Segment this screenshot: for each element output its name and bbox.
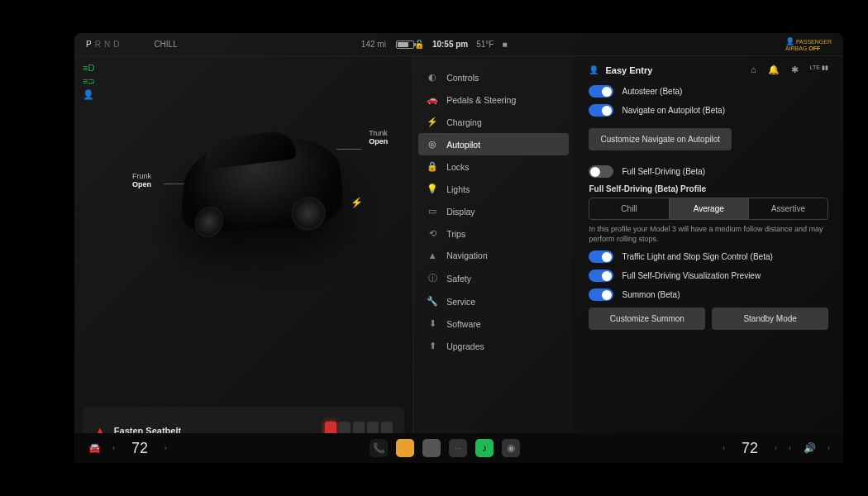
autosteer-label: Autosteer (Beta)	[622, 87, 682, 96]
settings-menu: ◐Controls 🚗Pedals & Steering ⚡Charging ◎…	[413, 56, 574, 463]
frunk-callout[interactable]: FrunkOpen	[132, 172, 151, 188]
volume-down[interactable]: ‹	[787, 444, 793, 452]
menu-service[interactable]: 🔧Service	[413, 290, 574, 312]
menu-display[interactable]: ▭Display	[413, 200, 574, 222]
menu-controls[interactable]: ◐Controls	[413, 66, 574, 88]
lock-menu-icon: 🔒	[427, 161, 438, 172]
bluetooth-icon[interactable]: ✱	[791, 64, 799, 75]
software-icon: ⬇	[427, 318, 438, 329]
car-status-pane: ≡D ≡⊃ 👤 🔓 FrunkOpen TrunkOpen ⚡	[74, 56, 413, 463]
car-body	[180, 131, 346, 234]
menu-navigation[interactable]: ▲Navigation	[413, 245, 574, 266]
menu-upgrades[interactable]: ⬆Upgrades	[413, 335, 574, 357]
passenger-temp[interactable]: 72	[742, 440, 758, 457]
outside-temp-label: 51°F	[476, 40, 494, 49]
seatbelt-telltale-icon: 👤	[83, 89, 94, 98]
controls-icon: ◐	[427, 72, 438, 83]
fsd-viz-label: Full Self-Driving Visualization Preview	[622, 271, 761, 280]
menu-safety[interactable]: ⓘSafety	[413, 266, 574, 290]
fog-light-icon: ≡⊃	[83, 76, 94, 84]
upgrades-icon: ⬆	[427, 341, 438, 351]
temp-left-down[interactable]: ‹	[111, 444, 117, 452]
summon-label: Summon (Beta)	[622, 290, 680, 299]
fsd-toggle[interactable]	[589, 165, 613, 178]
clock-label: 10:55 pm	[432, 40, 468, 49]
fsd-profile-average[interactable]: Average	[669, 198, 748, 219]
fsd-label: Full Self-Driving (Beta)	[622, 167, 705, 176]
range-label: 142 mi	[361, 40, 386, 49]
fsd-profile-chill[interactable]: Chill	[589, 198, 668, 219]
phone-app-icon[interactable]: 📞	[370, 439, 388, 457]
camera-app-icon[interactable]: ◉	[502, 439, 520, 457]
dashcam-icon[interactable]: ■	[502, 40, 507, 49]
charge-port-icon[interactable]: ⚡	[351, 197, 363, 208]
traffic-light-label: Traffic Light and Stop Sign Control (Bet…	[622, 252, 772, 261]
autosteer-toggle[interactable]	[589, 85, 613, 98]
standby-mode-button[interactable]: Standby Mode	[712, 308, 828, 330]
steering-icon: 🚗	[427, 94, 438, 105]
display-icon: ▭	[427, 206, 438, 217]
menu-lights[interactable]: 💡Lights	[413, 178, 574, 200]
safety-icon: ⓘ	[427, 272, 438, 284]
person-icon: 👤	[589, 65, 599, 74]
customize-navigate-button[interactable]: Customize Navigate on Autopilot	[589, 128, 732, 150]
navigation-icon: ▲	[427, 250, 438, 260]
fsd-profile-segmented: Chill Average Assertive	[589, 198, 828, 220]
driver-temp[interactable]: 72	[131, 440, 148, 457]
menu-locks[interactable]: 🔒Locks	[413, 155, 574, 178]
menu-software[interactable]: ⬇Software	[413, 312, 574, 335]
menu-charging[interactable]: ⚡Charging	[413, 111, 574, 133]
lights-icon: 💡	[427, 184, 438, 194]
temp-left-up[interactable]: ›	[163, 444, 169, 452]
traffic-light-toggle[interactable]	[589, 250, 613, 263]
homelink-icon[interactable]: ⌂	[751, 64, 756, 75]
fsd-profile-title: Full Self-Driving (Beta) Profile	[589, 184, 828, 193]
fsd-profile-description: In this profile your Model 3 will have a…	[589, 225, 828, 244]
menu-pedals-steering[interactable]: 🚗Pedals & Steering	[413, 88, 574, 111]
vehicle-touchscreen: PRND CHILL 142 mi 🔓 10:55 pm 51°F ■ 👤PAS…	[74, 33, 843, 463]
gear-indicator: PRND	[86, 40, 122, 49]
fsd-profile-assertive[interactable]: Assertive	[748, 198, 827, 219]
autopilot-settings-pane: 👤 Easy Entry ⌂ 🔔 ✱ LTE ▮▮ Autosteer (Bet…	[574, 56, 843, 463]
car-visualization[interactable]: 🔓 FrunkOpen TrunkOpen ⚡	[124, 98, 396, 380]
trips-icon: ⟲	[427, 228, 438, 239]
status-bar: PRND CHILL 142 mi 🔓 10:55 pm 51°F ■ 👤PAS…	[74, 33, 843, 56]
app-launcher-icon[interactable]: ⋯	[449, 439, 467, 457]
trunk-callout[interactable]: TrunkOpen	[369, 129, 388, 145]
menu-trips[interactable]: ⟲Trips	[413, 222, 574, 245]
driver-profile-button[interactable]: Easy Entry	[605, 65, 652, 75]
fsd-viz-toggle[interactable]	[589, 269, 613, 282]
headlight-high-icon: ≡D	[83, 63, 94, 71]
spotify-app-icon[interactable]: ♪	[475, 439, 494, 457]
customize-summon-button[interactable]: Customize Summon	[589, 308, 705, 330]
cellular-signal-icon[interactable]: LTE ▮▮	[810, 64, 828, 75]
app-slot-2[interactable]	[396, 439, 414, 457]
airbag-warning: 👤PASSENGER AIRBAG OFF	[785, 38, 832, 51]
bolt-icon: ⚡	[427, 117, 438, 127]
service-icon: 🔧	[427, 296, 438, 307]
autopilot-icon: ◎	[427, 139, 438, 150]
drive-mode-label: CHILL	[154, 40, 177, 49]
telltale-column: ≡D ≡⊃ 👤	[83, 63, 94, 98]
volume-up[interactable]: ›	[826, 444, 832, 452]
bottom-dock: 🚘 ‹ 72 › 📞 ⋯ ♪ ◉ ‹ 72 › ‹ 🔊 ›	[74, 433, 843, 463]
app-slot-3[interactable]	[422, 439, 441, 457]
navigate-autopilot-label: Navigate on Autopilot (Beta)	[622, 106, 725, 115]
battery-icon	[396, 41, 414, 49]
volume-icon[interactable]: 🔊	[801, 440, 818, 456]
temp-right-down[interactable]: ‹	[721, 444, 727, 452]
menu-autopilot[interactable]: ◎Autopilot	[418, 133, 569, 155]
summon-toggle[interactable]	[589, 289, 613, 301]
navigate-autopilot-toggle[interactable]	[589, 104, 613, 117]
notifications-icon[interactable]: 🔔	[768, 64, 780, 75]
temp-right-up[interactable]: ›	[773, 444, 779, 452]
car-controls-icon[interactable]: 🚘	[86, 440, 103, 456]
